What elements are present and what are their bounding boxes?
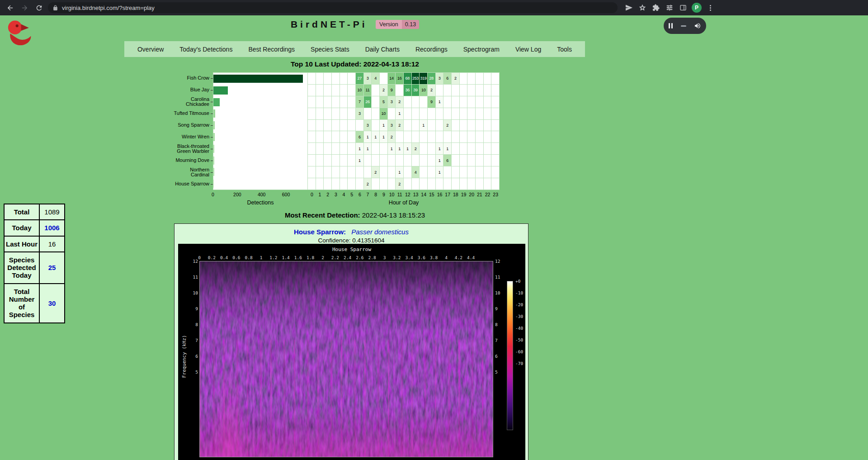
spec-xtick: 3.4 — [406, 255, 413, 260]
heatmap-cell — [388, 178, 396, 190]
nav-item-recordings[interactable]: Recordings — [413, 46, 450, 53]
volume-icon[interactable] — [694, 22, 701, 29]
heatmap-cell: 2 — [380, 85, 387, 96]
heatmap-cell: 1 — [436, 155, 443, 166]
colorbar-tick: -40 — [515, 326, 529, 331]
audio-seek-dash[interactable] — [681, 25, 686, 27]
address-bar[interactable]: virginia.birdnetpi.com/?stream=play — [48, 2, 618, 13]
scientific-name-link[interactable]: Passer domesticus — [351, 228, 409, 236]
page-header: BirdNET-Pi Version 0.13 — [0, 19, 710, 30]
reload-button[interactable] — [33, 2, 44, 13]
pause-icon[interactable] — [669, 23, 673, 28]
heatmap-cell — [340, 166, 348, 178]
stat-value: 16 — [39, 236, 65, 252]
menu-kebab-icon[interactable] — [705, 3, 715, 13]
hour-xtick: 11 — [397, 192, 402, 197]
nav-item-today-s-detections[interactable]: Today's Detections — [177, 46, 235, 53]
heatmap-cell — [380, 178, 387, 190]
nav-item-tools[interactable]: Tools — [554, 46, 575, 53]
heatmap-cell — [308, 108, 316, 119]
toolbar-right-icons: P — [624, 3, 715, 13]
stat-value[interactable]: 1006 — [39, 220, 65, 236]
heatmap-cell — [491, 166, 499, 178]
heatmap-cell — [476, 120, 483, 131]
heatmap-cell — [476, 155, 483, 166]
nav-item-best-recordings[interactable]: Best Recordings — [245, 46, 297, 53]
spectrogram-plot — [199, 261, 493, 457]
stat-value[interactable]: 25 — [39, 252, 65, 284]
heatmap-cell — [308, 96, 316, 108]
side-panel-icon[interactable] — [678, 3, 688, 13]
send-icon[interactable] — [624, 3, 634, 13]
extensions-icon[interactable] — [651, 3, 661, 13]
hour-xtick: 0 — [311, 192, 313, 197]
stats-table: Total1089Today1006Last Hour16Species Det… — [4, 204, 65, 323]
bar-row — [213, 85, 307, 96]
heatmap-cell — [348, 143, 355, 154]
heatmap-cell: 1 — [420, 120, 427, 131]
spec-ytick-left: 6 — [189, 354, 198, 359]
heatmap-cell — [316, 166, 324, 178]
heatmap-cell: 1 — [372, 131, 379, 142]
stat-value[interactable]: 30 — [39, 284, 65, 323]
heatmap-cell: 27 — [356, 73, 363, 84]
heatmap-cell — [340, 73, 348, 84]
heatmap-cell — [332, 96, 340, 108]
detections-bar — [213, 133, 215, 141]
heatmap-cell — [324, 178, 331, 190]
spectrogram-patch — [209, 363, 250, 457]
heatmap-cell — [476, 73, 483, 84]
colorbar-tick: -70 — [515, 361, 529, 366]
audio-player[interactable] — [664, 18, 706, 34]
heatmap-cell — [396, 85, 403, 96]
heatmap-cell: 9 — [428, 96, 435, 108]
colorbar-tick: -50 — [515, 337, 529, 342]
spec-xtick: 2.6 — [356, 255, 363, 260]
nav-item-species-stats[interactable]: Species Stats — [308, 46, 352, 53]
profile-avatar[interactable]: P — [692, 3, 702, 13]
bar-row — [213, 143, 307, 155]
nav-item-spectrogram[interactable]: Spectrogram — [461, 46, 502, 53]
species-link[interactable]: House Sparrow: — [294, 228, 346, 236]
heatmap-cell: 16 — [396, 73, 403, 84]
heatmap-cell — [420, 131, 427, 142]
heatmap-cell — [420, 178, 427, 190]
tune-icon[interactable] — [665, 3, 675, 13]
heatmap-cell — [396, 155, 403, 166]
heatmap-cell: 68 — [404, 73, 411, 84]
heatmap-cell — [356, 166, 363, 178]
hour-xtick: 21 — [477, 192, 482, 197]
heatmap-cell: 319 — [420, 73, 427, 84]
heatmap-cell — [443, 108, 451, 119]
heatmap-cell: 3 — [364, 120, 372, 131]
spec-ytick-right: 7 — [495, 338, 504, 343]
back-button[interactable] — [5, 2, 15, 13]
spectrogram-title: House Sparrow — [178, 247, 525, 252]
heatmap-cell — [452, 108, 459, 119]
spec-xtick: 3.8 — [430, 255, 438, 260]
bookmark-star-icon[interactable] — [637, 3, 647, 13]
nav-item-view-log[interactable]: View Log — [513, 46, 544, 53]
heatmap-cell — [484, 96, 491, 108]
colorbar-tick: -20 — [515, 302, 529, 307]
heatmap-cell — [404, 96, 411, 108]
forward-button[interactable] — [19, 2, 30, 13]
heatmap-cell: 1 — [396, 143, 403, 154]
heatmap-cell — [467, 73, 475, 84]
spec-ytick-left: 7 — [189, 338, 198, 343]
hour-xtick: 4 — [343, 192, 345, 197]
nav-item-overview[interactable]: Overview — [135, 46, 166, 53]
heatmap-cell: 1 — [436, 96, 443, 108]
detection-panel: House Sparrow: Passer domesticus Confide… — [174, 223, 528, 460]
hour-xtick: 5 — [350, 192, 353, 197]
heatmap-cell: 3 — [356, 108, 363, 119]
heatmap-cell — [443, 85, 451, 96]
heatmap-cell: 1 — [443, 143, 451, 154]
heatmap-cell — [324, 108, 331, 119]
heatmap-cell — [348, 178, 355, 190]
detections-bar — [213, 98, 220, 106]
heatmap-cell — [316, 178, 324, 190]
hour-xtick: 3 — [335, 192, 337, 197]
heatmap-cell — [332, 85, 340, 96]
nav-item-daily-charts[interactable]: Daily Charts — [363, 46, 402, 53]
